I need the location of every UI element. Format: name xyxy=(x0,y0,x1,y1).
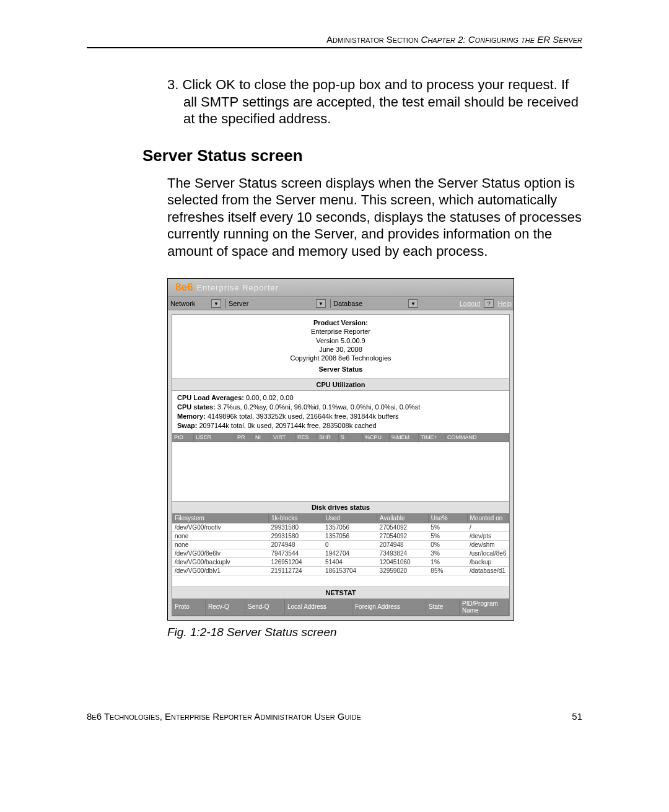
memory-value: 4149896k total, 3933252k used, 216644k f… xyxy=(206,413,399,420)
menu-database-label: Database xyxy=(333,300,362,307)
chevron-down-icon[interactable]: ▼ xyxy=(211,299,221,308)
col-proto: Proto xyxy=(172,599,206,616)
col-localaddr: Local Address xyxy=(285,599,352,616)
running-header: Administrator Section Chapter 2: Configu… xyxy=(87,34,582,47)
menu-right-links: Logout ? Help xyxy=(460,299,512,308)
col-command: COMMAND xyxy=(445,433,509,442)
table-cell: 2074948 xyxy=(377,540,429,549)
product-copyright: Copyright 2008 8e6 Technologies xyxy=(172,354,509,362)
help-icon[interactable]: ? xyxy=(484,299,494,308)
col-used: Used xyxy=(323,513,377,523)
table-cell: /dev/pts xyxy=(467,531,509,540)
page-footer: 8e6 Technologies, Enterprise Reporter Ad… xyxy=(87,707,582,722)
table-row: /dev/VG00/dblv12191127241861537043295902… xyxy=(172,566,509,575)
col-s: S xyxy=(339,433,363,442)
cpu-states-value: 3.7%us, 0.2%sy, 0.0%ni, 96.0%id, 0.1%wa,… xyxy=(216,403,421,411)
table-row: /dev/VG00/backuplv1269512045140412045106… xyxy=(172,557,509,566)
table-cell: 3% xyxy=(428,549,467,557)
table-cell: / xyxy=(467,523,509,531)
col-available: Available xyxy=(377,513,429,523)
table-cell: 120451060 xyxy=(377,557,429,566)
table-cell: /dev/VG00/8e6lv xyxy=(172,549,269,557)
table-row: /dev/VG00/rootlv299315801357056270540925… xyxy=(172,523,509,531)
table-cell: 5% xyxy=(428,531,467,540)
intro-paragraph: The Server Status screen displays when t… xyxy=(167,175,582,260)
table-row: /dev/VG00/8e6lv794735441942704734938243%… xyxy=(172,549,509,557)
cpu-states-label: CPU states: xyxy=(177,403,216,411)
process-table-header: PID USER PR NI VIRT RES SHR S %CPU %MEM … xyxy=(172,433,509,442)
cpu-load-value: 0.00, 0.02, 0.00 xyxy=(244,394,294,401)
col-user: USER xyxy=(194,433,235,442)
col-mem: %MEM xyxy=(390,433,419,442)
section-heading: Server Status screen xyxy=(142,146,582,165)
cpu-lines: CPU Load Averages: 0.00, 0.02, 0.00 CPU … xyxy=(172,391,509,432)
chevron-down-icon[interactable]: ▼ xyxy=(408,299,418,308)
menu-network-label: Network xyxy=(170,300,195,307)
col-ni: NI xyxy=(253,433,271,442)
process-table-body-empty xyxy=(172,442,509,501)
brand-text: Enterprise Reporter xyxy=(196,283,278,292)
col-recvq: Recv-Q xyxy=(206,599,245,616)
cpu-load-label: CPU Load Averages: xyxy=(177,394,244,401)
menu-database[interactable]: Database ▼ xyxy=(331,299,422,308)
menu-server-label: Server xyxy=(229,300,248,307)
table-cell: 27054092 xyxy=(377,523,429,531)
col-foreignaddr: Foreign Address xyxy=(352,599,426,616)
netstat-bar: NETSTAT xyxy=(172,587,509,599)
col-mounted: Mounted on xyxy=(467,513,509,523)
table-cell: 5% xyxy=(428,523,467,531)
header-section: Administrator Section xyxy=(326,34,418,45)
col-blocks: 1k-blocks xyxy=(269,513,323,523)
col-pidprog: PID/Program Name xyxy=(460,599,509,616)
app-titlebar: 8e6 Enterprise Reporter xyxy=(168,279,514,297)
chevron-down-icon[interactable]: ▼ xyxy=(316,299,326,308)
brand-logo: 8e6 xyxy=(175,281,193,294)
col-time: TIME+ xyxy=(419,433,445,442)
table-cell: 85% xyxy=(428,566,467,575)
table-row: none2074948020749480%/dev/shm xyxy=(172,540,509,549)
disk-table-header: Filesystem 1k-blocks Used Available Use%… xyxy=(172,513,509,523)
product-date: June 30, 2008 xyxy=(172,345,509,354)
menu-server[interactable]: Server ▼ xyxy=(226,299,330,308)
content-panel: Product Version: Enterprise Reporter Ver… xyxy=(172,314,510,616)
table-cell: /dev/shm xyxy=(467,540,509,549)
table-cell: /dev/VG00/dblv1 xyxy=(172,566,269,575)
step-3-paragraph: 3. Click OK to close the pop-up box and … xyxy=(167,76,582,128)
table-cell: 0% xyxy=(428,540,467,549)
swap-value: 2097144k total, 0k used, 2097144k free, … xyxy=(197,422,376,429)
table-cell: 0 xyxy=(323,540,377,549)
swap-label: Swap: xyxy=(177,422,197,429)
table-cell: 27054092 xyxy=(377,531,429,540)
footer-page-number: 51 xyxy=(572,711,582,722)
table-cell: 51404 xyxy=(323,557,377,566)
header-divider xyxy=(87,47,582,48)
table-cell: /backup xyxy=(467,557,509,566)
col-res: RES xyxy=(295,433,317,442)
col-virt: VIRT xyxy=(271,433,295,442)
table-cell: /dev/VG00/backuplv xyxy=(172,557,269,566)
table-row: none299315801357056270540925%/dev/pts xyxy=(172,531,509,540)
col-usepct: Use% xyxy=(428,513,467,523)
col-pid: PID xyxy=(172,433,194,442)
table-cell: /usr/local/8e6 xyxy=(467,549,509,557)
table-cell: 1942704 xyxy=(323,549,377,557)
help-link[interactable]: Help xyxy=(497,300,512,307)
disk-table: Filesystem 1k-blocks Used Available Use%… xyxy=(172,513,509,575)
server-status-title: Server Status xyxy=(172,364,509,375)
table-cell: 79473544 xyxy=(269,549,323,557)
product-version-title: Product Version: xyxy=(172,318,509,327)
table-cell: 29931580 xyxy=(269,523,323,531)
menu-network[interactable]: Network ▼ xyxy=(168,299,225,308)
table-cell: 1% xyxy=(428,557,467,566)
table-cell: 186153704 xyxy=(323,566,377,575)
netstat-table: Proto Recv-Q Send-Q Local Address Foreig… xyxy=(172,599,509,616)
table-cell: /database/d1 xyxy=(467,566,509,575)
logout-link[interactable]: Logout xyxy=(460,300,481,307)
disk-drives-bar: Disk drives status xyxy=(172,501,509,513)
menubar: Network ▼ Server ▼ Database ▼ Logout ? H… xyxy=(168,297,514,310)
table-cell: 1357056 xyxy=(323,531,377,540)
col-state: State xyxy=(426,599,460,616)
col-filesystem: Filesystem xyxy=(172,513,269,523)
table-cell: 219112724 xyxy=(269,566,323,575)
header-chapter: Chapter 2: Configuring the ER Server xyxy=(421,34,582,45)
